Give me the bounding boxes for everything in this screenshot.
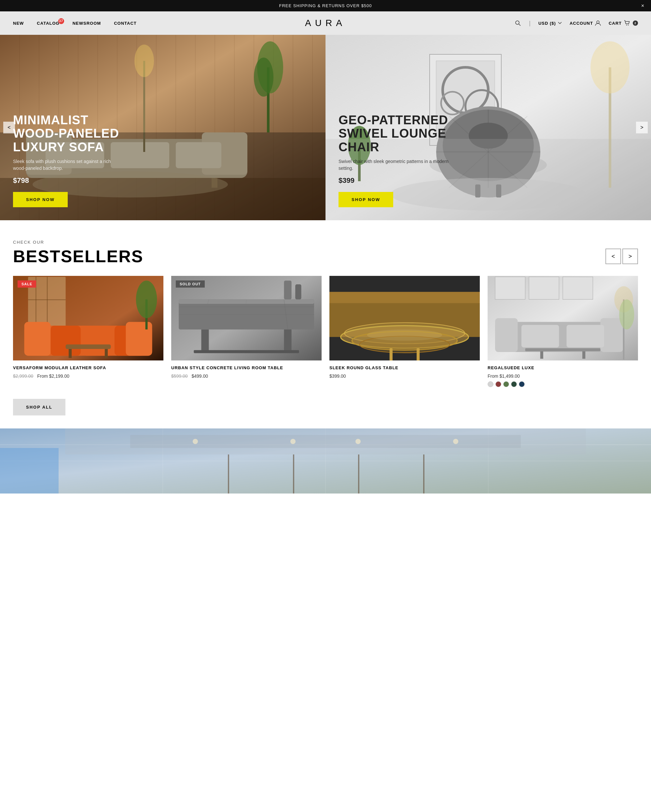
hero-right-title: GEO-PATTERNED SWIVEL LOUNGE CHAIR [339, 113, 449, 154]
hero-right-cta[interactable]: SHOP NOW [339, 192, 393, 207]
svg-rect-131 [423, 455, 425, 493]
search-button[interactable] [515, 20, 521, 26]
account-button[interactable]: ACCOUNT [570, 20, 601, 26]
svg-point-123 [193, 439, 198, 444]
product-image-3 [329, 276, 480, 360]
bestsellers-title: BESTSELLERS [13, 247, 144, 266]
svg-rect-89 [295, 284, 301, 299]
product-4-price-new: From $1,499.00 [487, 374, 520, 379]
close-icon[interactable]: × [641, 3, 645, 9]
nav-item-catalog[interactable]: CATALOG 37 [37, 21, 59, 26]
cart-button[interactable]: CART 2 [609, 20, 638, 26]
svg-rect-129 [293, 455, 294, 493]
nav-item-new[interactable]: NEW [13, 21, 24, 26]
svg-rect-64 [47, 277, 47, 330]
svg-rect-108 [567, 325, 604, 348]
bestsellers-section: CHECK OUR BESTSELLERS < > [0, 220, 651, 429]
svg-point-124 [290, 439, 296, 444]
svg-point-4 [628, 25, 628, 25]
hero-left-price: $798 [13, 176, 124, 185]
product-3-name: SLEEK ROUND GLASS TABLE [329, 365, 480, 371]
product-4-image [487, 276, 638, 360]
hero-right-content: GEO-PATTERNED SWIVEL LOUNGE CHAIR Swivel… [339, 113, 449, 207]
svg-point-36 [134, 44, 154, 77]
svg-rect-109 [525, 348, 601, 351]
hero-right-price: $399 [339, 176, 449, 185]
nav-item-contact[interactable]: CONTACT [114, 21, 137, 26]
product-card-1[interactable]: SALE VERSAFORM MODULAR LEATHER SOFA $2,9… [13, 276, 164, 387]
announcement-text: FREE SHIPPING & RETURNS OVER $500 [279, 3, 372, 8]
user-icon [595, 20, 601, 26]
svg-point-114 [619, 299, 634, 329]
product-2-price-old: $599.00 [171, 374, 188, 379]
swatch-4[interactable] [511, 381, 517, 387]
svg-point-34 [254, 58, 274, 97]
product-4-price: From $1,499.00 [487, 374, 638, 379]
hero-left-content: MINIMALIST WOOD-PANELED LUXURY SOFA Slee… [13, 113, 124, 207]
svg-rect-105 [495, 318, 518, 352]
bottom-banner [0, 429, 651, 493]
svg-rect-122 [130, 435, 521, 448]
hero-right: GEO-PATTERNED SWIVEL LOUNGE CHAIR Swivel… [326, 35, 651, 220]
product-2-price: $599.00 $499.00 [171, 374, 322, 379]
product-card-2[interactable]: SOLD OUT URBAN STYLE CONCRETE LIVING ROO… [171, 276, 322, 387]
product-2-price-new: $499.00 [192, 374, 208, 379]
swatch-2[interactable] [495, 381, 501, 387]
swatch-3[interactable] [503, 381, 509, 387]
product-2-image [171, 276, 322, 360]
product-card-3[interactable]: SLEEK ROUND GLASS TABLE $399.00 [329, 276, 480, 387]
product-2-badge: SOLD OUT [176, 281, 205, 288]
bottom-banner-image [0, 429, 651, 493]
svg-rect-130 [358, 455, 359, 493]
svg-rect-73 [69, 349, 72, 358]
hero-left-description: Sleek sofa with plush cushions set again… [13, 158, 124, 172]
product-3-price-new: $399.00 [329, 374, 346, 379]
announcement-bar: FREE SHIPPING & RETURNS OVER $500 × [0, 0, 651, 11]
svg-rect-111 [582, 351, 585, 359]
svg-rect-85 [201, 330, 209, 352]
logo[interactable]: AURA [305, 18, 346, 28]
svg-line-1 [519, 24, 521, 26]
nav-left: NEW CATALOG 37 NEWSROOM CONTACT [13, 21, 137, 26]
chevron-down-icon [558, 22, 562, 24]
product-card-4[interactable]: REGALSUEDE LUXE From $1,499.00 [487, 276, 638, 387]
product-1-price-old: $2,999.00 [13, 374, 33, 379]
hero-section: MINIMALIST WOOD-PANELED LUXURY SOFA Slee… [0, 35, 651, 220]
swatch-5[interactable] [519, 381, 525, 387]
product-1-price-new: From $2,199.00 [37, 374, 69, 379]
carousel-prev-button[interactable]: < [605, 249, 621, 264]
nav-right: | USD ($) ACCOUNT CART 2 [515, 20, 638, 27]
product-4-name: REGALSUEDE LUXE [487, 365, 638, 371]
svg-rect-72 [66, 345, 111, 349]
svg-rect-97 [390, 348, 393, 360]
product-image-2: SOLD OUT [171, 276, 322, 360]
hero-left-cta[interactable]: SHOP NOW [13, 192, 68, 207]
product-3-image [329, 276, 480, 360]
svg-rect-107 [521, 325, 559, 348]
svg-point-126 [453, 439, 458, 444]
product-1-image [13, 276, 164, 360]
product-3-price: $399.00 [329, 374, 480, 379]
svg-point-46 [590, 41, 630, 93]
product-grid: SALE VERSAFORM MODULAR LEATHER SOFA $2,9… [13, 276, 638, 387]
hero-right-description: Swivel chair with sleek geometric patter… [339, 158, 449, 172]
svg-rect-103 [563, 277, 593, 299]
svg-rect-98 [417, 348, 420, 360]
product-image-4 [487, 276, 638, 360]
hero-prev-button[interactable]: < [3, 122, 15, 133]
product-1-name: VERSAFORM MODULAR LEATHER SOFA [13, 365, 164, 371]
carousel-next-button[interactable]: > [622, 249, 638, 264]
check-our-label: CHECK OUR [13, 240, 638, 245]
svg-rect-128 [228, 455, 229, 493]
product-1-price: $2,999.00 From $2,199.00 [13, 374, 164, 379]
swatch-1[interactable] [487, 381, 494, 387]
svg-point-99 [367, 330, 442, 341]
currency-selector[interactable]: USD ($) [538, 21, 562, 26]
section-title-row: BESTSELLERS < > [13, 247, 638, 266]
nav-item-newsroom[interactable]: NEWSROOM [73, 21, 101, 26]
cart-badge: 2 [633, 20, 638, 26]
shop-all-button[interactable]: SHOP ALL [13, 399, 66, 415]
svg-point-125 [355, 439, 361, 444]
hero-next-button[interactable]: > [636, 122, 648, 133]
svg-rect-92 [329, 292, 480, 303]
